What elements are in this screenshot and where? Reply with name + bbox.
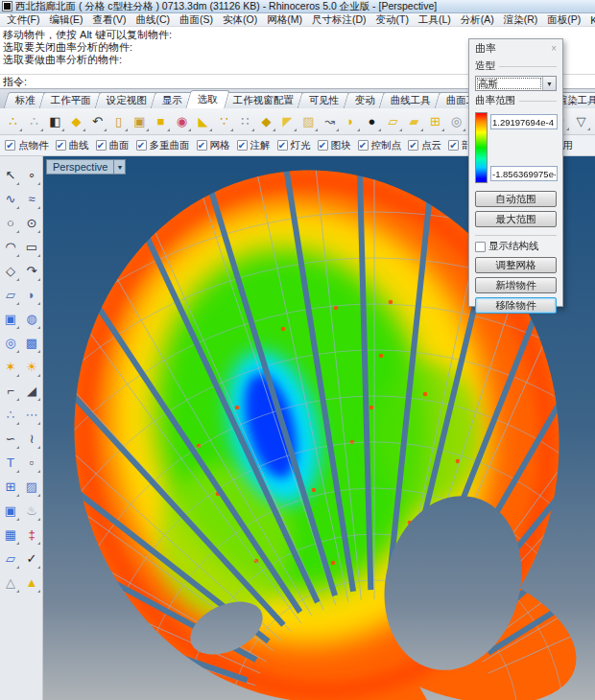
tab-2[interactable]: 设定视图 xyxy=(95,92,159,108)
menu-item-7[interactable]: 尺寸标注(D) xyxy=(307,13,371,27)
menu-item-13[interactable]: KeyShot 4 xyxy=(585,14,595,26)
select-spiral-icon[interactable]: ◎ xyxy=(446,111,466,132)
max-range-button[interactable]: 最大范围 xyxy=(475,211,557,227)
select-points-icon[interactable]: ∴ xyxy=(3,111,23,132)
filter-4[interactable]: ✔网格 xyxy=(197,139,230,152)
sphere-icon[interactable]: ◍ xyxy=(22,308,41,330)
selection-filter-icon[interactable]: ▽ xyxy=(571,110,591,131)
select-figure-icon[interactable]: ◗ xyxy=(341,111,361,132)
rectangle-icon[interactable]: ▭ xyxy=(22,236,41,258)
select-scatter-icon[interactable]: ∵ xyxy=(214,111,234,132)
checkbox-icon[interactable]: ✔ xyxy=(136,140,147,151)
style-dropdown[interactable]: 高斯 ▼ xyxy=(475,76,557,91)
menu-item-1[interactable]: 编辑(E) xyxy=(44,13,87,27)
circle-diameter-icon[interactable]: ⊙ xyxy=(22,212,41,234)
menu-item-12[interactable]: 面板(P) xyxy=(542,13,585,27)
auto-range-button[interactable]: 自动范围 xyxy=(475,191,557,207)
viewport-title[interactable]: Perspective ▼ xyxy=(46,159,126,175)
cone-solid-icon[interactable]: ▲ xyxy=(22,572,41,594)
deselect-points-icon[interactable]: ∴ xyxy=(24,111,44,132)
style-dropdown-value[interactable]: 高斯 xyxy=(476,77,542,90)
checkbox-icon[interactable]: ✔ xyxy=(408,140,418,151)
tab-5[interactable]: 工作视窗配置 xyxy=(222,92,306,108)
chevron-down-icon[interactable]: ▼ xyxy=(542,77,556,90)
checkbox-icon[interactable]: ✔ xyxy=(56,140,66,151)
layout-icon[interactable]: ⊞ xyxy=(1,476,20,498)
checkbox-icon[interactable]: ✔ xyxy=(448,140,459,151)
remove-objects-button[interactable]: 移除物件 xyxy=(475,297,557,314)
point-icon[interactable]: ∘ xyxy=(22,164,41,186)
viewport-title-label[interactable]: Perspective xyxy=(46,159,113,175)
select-volume-icon[interactable]: ■ xyxy=(151,111,171,132)
filter-1[interactable]: ✔曲线 xyxy=(56,139,89,152)
select-hatch-icon[interactable]: ▨ xyxy=(298,111,319,132)
dimension-icon[interactable]: ‡ xyxy=(22,524,41,546)
menu-item-2[interactable]: 查看(V) xyxy=(87,13,131,27)
show-isocurves-checkbox[interactable]: 显示结构线 xyxy=(475,240,557,253)
chevron-down-icon[interactable]: ▼ xyxy=(113,159,126,175)
select-count-icon[interactable]: ▣ xyxy=(130,111,150,132)
undo-selection-icon[interactable]: ↶ xyxy=(87,111,107,132)
checkbox-icon[interactable] xyxy=(475,242,486,252)
group-icon[interactable]: ∴ xyxy=(1,404,20,426)
menu-item-4[interactable]: 曲面(S) xyxy=(175,13,218,27)
circle-icon[interactable]: ○ xyxy=(1,212,20,234)
torus-icon[interactable]: ◎ xyxy=(1,332,20,354)
select-plane-icon[interactable]: ▰ xyxy=(404,111,424,132)
filter-6[interactable]: ✔灯光 xyxy=(277,139,311,152)
text-icon[interactable]: T xyxy=(1,452,20,474)
checkbox-icon[interactable]: ✔ xyxy=(5,140,15,151)
filter-5[interactable]: ✔注解 xyxy=(237,139,271,152)
tab-1[interactable]: 工作平面 xyxy=(39,92,104,108)
tab-4[interactable]: 选取 xyxy=(185,90,229,108)
min-curvature-input[interactable] xyxy=(490,166,558,181)
filter-3[interactable]: ✔多重曲面 xyxy=(136,139,190,152)
hatch-icon[interactable]: ▨ xyxy=(22,476,41,498)
select-polysurface-icon[interactable]: ◆ xyxy=(256,111,276,132)
menu-item-9[interactable]: 工具(L) xyxy=(414,13,456,27)
arc-icon[interactable]: ◠ xyxy=(1,236,20,258)
freeform-curve-icon[interactable]: ↷ xyxy=(22,260,41,282)
solid-box-icon[interactable]: ▣ xyxy=(1,500,20,522)
checkbox-icon[interactable]: ✔ xyxy=(96,140,107,151)
menu-item-8[interactable]: 变动(T) xyxy=(371,13,414,27)
close-icon[interactable]: × xyxy=(551,43,557,54)
box-icon[interactable]: ▣ xyxy=(1,308,20,330)
lights-icon[interactable]: ♨ xyxy=(22,500,41,522)
select-by-color-icon[interactable]: ◉ xyxy=(172,111,192,132)
menu-item-0[interactable]: 文件(F) xyxy=(2,13,44,27)
max-curvature-input[interactable] xyxy=(490,114,558,129)
pointer-icon[interactable]: ↖ xyxy=(1,164,20,186)
textured-box-icon[interactable]: ▩ xyxy=(22,332,41,354)
filter-9[interactable]: ✔点云 xyxy=(408,139,441,152)
mesh-icon[interactable]: ▦ xyxy=(1,524,20,546)
select-lamp-icon[interactable]: ▯ xyxy=(108,111,129,132)
menu-item-11[interactable]: 渲染(R) xyxy=(499,13,543,27)
plane-icon[interactable]: ▱ xyxy=(1,548,20,570)
checkbox-icon[interactable]: ✔ xyxy=(237,140,248,151)
explode-icon[interactable]: ☀ xyxy=(22,356,41,378)
polygon-icon[interactable]: ◇ xyxy=(1,260,20,282)
filter-8[interactable]: ✔控制点 xyxy=(358,139,402,152)
handle-curve-icon[interactable]: ≈ xyxy=(22,188,41,210)
curve-edit-icon[interactable]: ∽ xyxy=(1,428,20,450)
filter-7[interactable]: ✔图块 xyxy=(318,139,351,152)
points-group-icon[interactable]: ⋯ xyxy=(22,404,41,426)
surface-icon[interactable]: ▱ xyxy=(1,284,20,306)
fillet-icon[interactable]: ⌐ xyxy=(1,380,20,402)
point-edit-icon[interactable]: ▫ xyxy=(22,452,41,474)
menu-item-3[interactable]: 曲线(C) xyxy=(131,13,175,27)
menu-item-10[interactable]: 分析(A) xyxy=(456,13,499,27)
curve-point-icon[interactable]: ≀ xyxy=(22,428,41,450)
menu-item-6[interactable]: 网格(M) xyxy=(262,13,307,27)
select-wedge-icon[interactable]: ◣ xyxy=(193,111,213,132)
filter-2[interactable]: ✔曲面 xyxy=(96,139,130,152)
check-icon[interactable]: ✓ xyxy=(22,548,41,570)
select-mesh-icon[interactable]: ⊞ xyxy=(425,111,445,132)
checkbox-icon[interactable]: ✔ xyxy=(358,140,369,151)
menu-item-5[interactable]: 实体(O) xyxy=(218,13,262,27)
checkbox-icon[interactable]: ✔ xyxy=(318,140,328,151)
control-point-curve-icon[interactable]: ∿ xyxy=(1,188,20,210)
curvature-panel-header[interactable]: 曲率 × xyxy=(475,39,557,57)
boolean-icon[interactable]: ✶ xyxy=(1,356,20,378)
